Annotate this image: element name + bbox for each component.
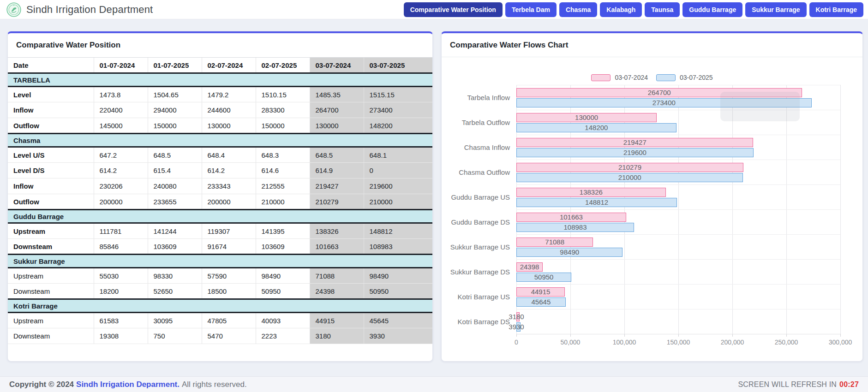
nav-kalabagh[interactable]: Kalabagh [600, 2, 642, 17]
cell-03-07-2024: 3180 [310, 328, 364, 344]
cell-03-07-2025: 50950 [364, 284, 432, 299]
cell-01-07-2024: 85846 [94, 239, 148, 255]
cell-02-07-2025: 210000 [256, 194, 310, 210]
cell-01-07-2024: 18200 [94, 284, 148, 299]
cell-03-07-2025: 210000 [364, 194, 432, 210]
axis-tick [840, 334, 841, 337]
cell-02-07-2025: 2223 [256, 328, 310, 344]
cell-01-07-2025: 240080 [148, 178, 202, 194]
cell-02-07-2024: 18500 [202, 284, 256, 299]
cell-01-07-2025: 98330 [148, 268, 202, 284]
row-label: Inflow [8, 102, 94, 118]
x-axis-label: 150,000 [667, 339, 690, 346]
x-axis-label: 200,000 [721, 339, 744, 346]
cell-03-07-2025: 45645 [364, 313, 432, 328]
cell-02-07-2024: 119307 [202, 223, 256, 239]
cell-03-07-2024: 138326 [310, 223, 364, 239]
cell-02-07-2024: 5470 [202, 328, 256, 344]
section-row-tarbella: TARBELLA [8, 73, 432, 87]
water-position-table: Date01-07-202401-07-202502-07-202402-07-… [8, 57, 432, 344]
cell-02-07-2025: 1510.15 [256, 87, 310, 102]
bar-value-label: 3930 [509, 322, 524, 332]
app-title: Sindh Irrigation Department [26, 4, 153, 16]
category-label: Sukkur Barrage DS [442, 260, 510, 285]
row-label: Level U/S [8, 147, 94, 163]
nav-sukkur-barrage[interactable]: Sukkur Barrage [745, 2, 806, 17]
bar-value-label: 210000 [516, 173, 743, 182]
legend-item-03-07-2025[interactable]: 03-07-2025 [656, 74, 713, 81]
gridline [840, 85, 841, 334]
cell-03-07-2025: 648.1 [364, 147, 432, 163]
cell-03-07-2024: 44915 [310, 313, 364, 328]
bar-value-label: 98490 [516, 248, 623, 257]
section-label: Chasma [8, 134, 432, 147]
cell-01-07-2025: 1504.65 [148, 87, 202, 102]
cell-02-07-2024: 91674 [202, 239, 256, 255]
cell-03-07-2025: 108983 [364, 239, 432, 255]
cell-02-07-2025: 141395 [256, 223, 310, 239]
table-row-chasma-level-d-s: Level D/S614.2615.4614.2614.6614.90 [8, 163, 432, 178]
copyright-text: Copyright © 2024 [9, 380, 74, 389]
bar-value-label: 44915 [516, 287, 565, 297]
department-link[interactable]: Sindh Irrigation Deparment. [76, 380, 180, 389]
cell-01-07-2024: 200000 [94, 194, 148, 210]
cell-01-07-2025: 52650 [148, 284, 202, 299]
x-axis-label: 0 [515, 339, 518, 346]
cell-03-07-2024: 264700 [310, 102, 364, 118]
row-label: Level [8, 87, 94, 102]
table-row-tarbella-outflow: Outflow145000150000130000150000130000148… [8, 118, 432, 134]
cell-01-07-2024: 19308 [94, 328, 148, 344]
cell-01-07-2025: 233655 [148, 194, 202, 210]
nav-guddu-barrage[interactable]: Guddu Barrage [682, 2, 742, 17]
section-row-kotri-barrage: Kotri Barrage [8, 299, 432, 313]
category-label: Tarbela Inflow [442, 85, 510, 110]
row-label: Outflow [8, 194, 94, 210]
section-row-sukkur-barrage: Sukkur Barrage [8, 255, 432, 268]
cell-02-07-2025: 648.3 [256, 147, 310, 163]
row-label: Outflow [8, 118, 94, 134]
cell-01-07-2024: 111781 [94, 223, 148, 239]
category-label: Chasma Outflow [442, 160, 510, 185]
chart-title: Comparative Water Flows Chart [442, 33, 862, 57]
table-row-tarbella-inflow: Inflow2204002940002446002833002647002734… [8, 102, 432, 118]
nav-chasma[interactable]: Chasma [559, 2, 597, 17]
cell-03-07-2025: 98490 [364, 268, 432, 284]
bar-value-label: 101663 [516, 213, 626, 222]
nav-comparative-water-position[interactable]: Comparative Water Position [404, 2, 503, 17]
department-logo-icon [6, 2, 21, 17]
bar-value-label: 148200 [516, 123, 676, 132]
cell-01-07-2025: 103609 [148, 239, 202, 255]
bar-value-label: 24398 [516, 262, 543, 272]
chart-group-kotri-barrage-ds: Kotri Barrage DS31803930 [516, 309, 840, 334]
cell-01-07-2025: 141244 [148, 223, 202, 239]
cell-01-07-2025: 30095 [148, 313, 202, 328]
row-label: Downsteam [8, 239, 94, 255]
chart-group-kotri-barrage-us: Kotri Barrage US4491545645 [516, 284, 840, 309]
legend-label: 03-07-2025 [680, 74, 713, 81]
nav-taunsa[interactable]: Taunsa [645, 2, 680, 17]
legend-item-03-07-2024[interactable]: 03-07-2024 [591, 74, 648, 81]
chart-group-chasma-inflow: Chasma Inflow219427219600 [516, 135, 840, 160]
row-label: Upstream [8, 313, 94, 328]
cell-01-07-2024: 145000 [94, 118, 148, 134]
cell-01-07-2025: 294000 [148, 102, 202, 118]
nav-terbela-dam[interactable]: Terbela Dam [505, 2, 557, 17]
section-label: TARBELLA [8, 73, 432, 87]
section-label: Sukkur Barrage [8, 255, 432, 268]
x-axis-label: 300,000 [829, 339, 852, 346]
app-header: Sindh Irrigation Department Comparative … [0, 0, 868, 19]
table-row-sukkur-barrage-upstream: Upstream550309833057590984907108898490 [8, 268, 432, 284]
table-row-kotri-barrage-downsteam: Downsteam193087505470222331803930 [8, 328, 432, 344]
row-label: Downsteam [8, 284, 94, 299]
footer: Copyright © 2024 Sindh Irrigation Deparm… [0, 376, 868, 392]
nav-kotri-barrage[interactable]: Kotri Barrage [809, 2, 863, 17]
column-header-03-07-2024: 03-07-2024 [310, 58, 364, 73]
legend-swatch-03-07-2025 [656, 74, 676, 81]
column-header-date: Date [8, 58, 94, 73]
bar-value-label: 148812 [516, 198, 677, 207]
table-row-guddu-barrage-downsteam: Downsteam8584610360991674103609101663108… [8, 239, 432, 255]
bar-value-label: 219600 [516, 148, 754, 157]
cell-01-07-2024: 230206 [94, 178, 148, 194]
bar-value-label: 50950 [516, 273, 571, 282]
bar-value-label: 45645 [516, 297, 566, 307]
